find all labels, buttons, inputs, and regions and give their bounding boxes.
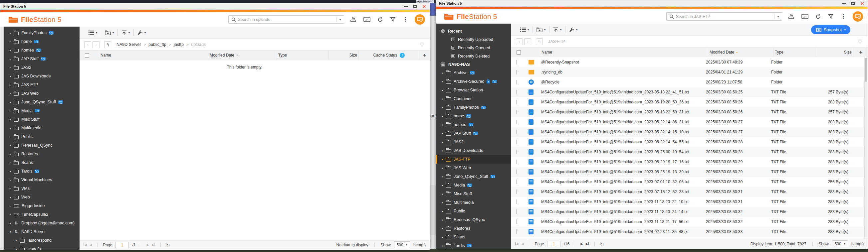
minimize-button[interactable] — [404, 5, 408, 8]
next-page-button[interactable]: ▶ — [581, 242, 583, 246]
expander-icon[interactable] — [442, 167, 446, 170]
expander-icon[interactable] — [10, 222, 13, 225]
table-row[interactable]: MS4ConfigurationUpdateFor_519_info@519tr… — [511, 157, 864, 167]
expander-icon[interactable] — [10, 109, 13, 112]
table-row[interactable]: MS4ConfigurationUpdateFor_519_info@519tr… — [511, 147, 864, 157]
refresh-icon[interactable] — [377, 17, 383, 22]
expander-icon[interactable] — [10, 32, 13, 35]
row-checkbox[interactable] — [517, 219, 517, 224]
row-checkbox[interactable] — [517, 200, 517, 204]
table-row[interactable]: MS4ConfigurationUpdateFor_519_info@519tr… — [511, 177, 864, 187]
window-titlebar[interactable]: File Station 5 ✕ — [0, 3, 430, 10]
expander-icon[interactable] — [10, 161, 13, 164]
expander-icon[interactable] — [442, 141, 446, 144]
create-folder-button[interactable]: ▾ — [101, 30, 118, 35]
sidebar-item[interactable]: Tardis — [436, 241, 511, 249]
column-header-name[interactable]: Name — [99, 50, 208, 60]
table-row[interactable]: MS4ConfigurationUpdateFor_519_info@519tr… — [511, 207, 864, 217]
refresh-list-icon[interactable]: ↻ — [600, 241, 604, 247]
row-checkbox[interactable] — [517, 170, 517, 174]
remote-display-icon[interactable] — [801, 14, 808, 19]
sidebar-item[interactable]: Archive-Secured — [436, 77, 511, 86]
sidebar-item[interactable]: VMs — [4, 184, 80, 193]
refresh-list-icon[interactable]: ↻ — [166, 242, 170, 248]
table-row[interactable]: MS4ConfigurationUpdateFor_519_info@519tr… — [511, 127, 864, 137]
table-row[interactable]: MS4ConfigurationUpdateFor_519_info@519tr… — [511, 87, 864, 97]
background-tasks-icon[interactable] — [788, 14, 795, 19]
sidebar-item[interactable]: homes — [4, 46, 80, 55]
filter-icon[interactable] — [390, 17, 395, 22]
next-page-button[interactable]: ▶ — [147, 243, 149, 247]
sidebar-item[interactable]: home — [4, 37, 80, 46]
minimize-button[interactable] — [842, 2, 846, 5]
more-options-icon[interactable]: ⋮ — [840, 14, 846, 19]
expander-icon[interactable] — [10, 144, 13, 147]
expander-icon[interactable] — [442, 244, 446, 247]
expander-icon[interactable] — [10, 92, 13, 95]
table-row[interactable]: MS4ConfigurationUpdateFor_519_info@519tr… — [511, 167, 864, 177]
sidebar-item[interactable]: JAS Web — [4, 89, 80, 98]
row-checkbox[interactable] — [517, 90, 517, 95]
expander-icon[interactable] — [10, 75, 13, 78]
sidebar-item[interactable]: FamilyPhotos — [4, 29, 80, 37]
row-checkbox[interactable] — [517, 210, 517, 214]
search-scope-dropdown[interactable]: ▾ — [774, 15, 782, 18]
column-header-type[interactable]: Type — [773, 47, 816, 57]
view-mode-button[interactable]: ▾ — [517, 28, 532, 32]
expander-icon[interactable] — [10, 170, 13, 173]
expander-icon[interactable] — [10, 58, 13, 61]
sidebar-item[interactable]: Renesas_QSync — [4, 141, 80, 150]
sidebar-section-nas[interactable]: NA9D-NAS — [436, 60, 511, 69]
select-all-checkbox[interactable] — [85, 53, 89, 58]
sidebar-item[interactable]: Jono_QSync_Stuff — [436, 172, 511, 181]
sidebar-item[interactable]: homes — [436, 120, 511, 129]
tools-button[interactable]: ▾ — [134, 30, 149, 35]
expander-icon[interactable] — [442, 98, 446, 100]
row-checkbox[interactable] — [517, 159, 517, 164]
scrollbar-thumb[interactable] — [865, 58, 867, 82]
last-page-button[interactable]: ▶ — [152, 243, 155, 247]
column-header-modified[interactable]: Modified Date▾ — [208, 50, 277, 60]
column-header-modified[interactable]: Modified Date▴ — [708, 47, 773, 57]
expander-icon[interactable] — [10, 153, 13, 155]
upload-button[interactable]: ▾ — [118, 30, 133, 35]
table-row[interactable]: MS4ConfigurationUpdateFor_519_info@519tr… — [511, 137, 864, 147]
sidebar-item[interactable]: TimeCapsule2 — [4, 210, 80, 219]
expander-icon[interactable] — [10, 127, 13, 130]
expander-icon[interactable] — [442, 218, 446, 221]
expander-icon[interactable] — [442, 184, 446, 187]
expander-icon[interactable] — [442, 80, 446, 83]
info-icon[interactable]: i — [400, 53, 405, 58]
expander-icon[interactable] — [442, 201, 446, 204]
forward-button[interactable]: › — [524, 38, 531, 45]
expander-icon[interactable] — [442, 115, 446, 118]
sidebar-item[interactable]: Public — [4, 132, 80, 141]
prev-page-button[interactable]: ◀ — [521, 242, 524, 246]
sidebar-item[interactable]: JAS-FTP — [436, 155, 511, 164]
sidebar-item[interactable]: Container — [436, 95, 511, 103]
sidebar-item[interactable]: JAP Stuff — [436, 129, 511, 138]
favorite-heart-icon[interactable]: ♡ — [418, 42, 426, 48]
expander-icon[interactable] — [10, 196, 13, 199]
sidebar-item[interactable]: home — [436, 112, 511, 120]
create-folder-button[interactable]: ▾ — [533, 27, 549, 32]
sidebar-item[interactable]: Jono_QSync_Stuff — [4, 98, 80, 106]
go-up-icon[interactable]: ↰ — [104, 41, 111, 48]
row-checkbox[interactable] — [517, 130, 517, 134]
sidebar-item[interactable]: Restores — [4, 150, 80, 158]
device-avatar-icon[interactable] — [415, 14, 425, 25]
expander-icon[interactable] — [442, 106, 446, 109]
sidebar-item[interactable]: Public — [436, 207, 511, 215]
expander-icon[interactable] — [10, 135, 13, 138]
table-row[interactable]: MS4ConfigurationUpdateFor_519_info@519tr… — [511, 217, 864, 227]
row-checkbox[interactable] — [517, 140, 517, 144]
prev-page-button[interactable]: ◀ — [90, 243, 92, 247]
search-input[interactable] — [238, 17, 336, 22]
sidebar-item[interactable]: Media — [4, 106, 80, 115]
tools-button[interactable]: ▾ — [565, 27, 581, 32]
background-tasks-icon[interactable] — [350, 16, 356, 22]
column-header-cache[interactable]: Cache Statusi — [359, 50, 419, 60]
sidebar-item[interactable]: JAS2 — [436, 138, 511, 146]
sidebar-item[interactable]: Renesas_QSync — [436, 215, 511, 224]
sidebar-item[interactable]: JAS2 — [4, 63, 80, 72]
